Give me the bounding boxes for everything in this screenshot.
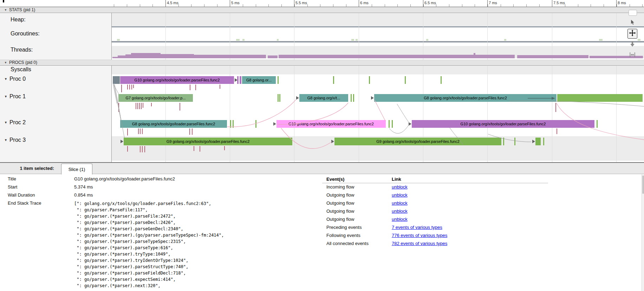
ruler-time-label: 6 ms bbox=[360, 1, 369, 5]
instant-event-tick[interactable] bbox=[141, 103, 142, 109]
trace-slice[interactable] bbox=[557, 94, 643, 102]
instant-event-tick[interactable] bbox=[555, 103, 556, 112]
selection-tool-button[interactable] bbox=[627, 18, 637, 28]
tab-slice[interactable]: Slice (1) bbox=[61, 164, 92, 174]
trace-slice[interactable]: G9 golang.org/x/tools/go/loader.parseFil… bbox=[334, 138, 501, 145]
event-link[interactable]: 776 events of various types bbox=[392, 233, 447, 238]
trace-slice[interactable] bbox=[514, 138, 515, 145]
instant-event-tick[interactable] bbox=[127, 85, 128, 90]
trace-slice[interactable]: G8 golang.org/x/tools/go/loader.parseFil… bbox=[374, 94, 557, 102]
instant-event-tick[interactable] bbox=[118, 103, 119, 112]
instant-event-tick[interactable] bbox=[557, 128, 557, 134]
panel-scrollbar[interactable] bbox=[642, 174, 644, 291]
trace-slice[interactable] bbox=[392, 120, 393, 128]
timeline-view[interactable]: 4.5 ms5 ms5.5 ms6 ms6.5 ms7 ms7.5 ms8 ms… bbox=[0, 0, 644, 162]
event-link[interactable]: unblock bbox=[392, 209, 408, 214]
trace-slice[interactable] bbox=[240, 76, 241, 84]
event-link[interactable]: unblock bbox=[392, 217, 408, 222]
trace-slice[interactable]: G9 golang.org/x/tools/go/loader.parseFil… bbox=[124, 138, 292, 145]
instant-event-tick[interactable] bbox=[129, 85, 130, 90]
ruler-minor-tick bbox=[268, 4, 269, 7]
heap-track-bg[interactable] bbox=[112, 13, 644, 26]
instant-event-tick[interactable] bbox=[194, 146, 194, 151]
trace-slice[interactable] bbox=[279, 94, 280, 102]
trace-slice[interactable] bbox=[597, 120, 598, 128]
detail-field-value: 0.854 ms bbox=[74, 192, 93, 198]
instant-event-tick[interactable] bbox=[195, 85, 196, 90]
ruler-major-tick bbox=[423, 0, 423, 7]
trace-slice[interactable] bbox=[369, 76, 370, 84]
trace-slice[interactable] bbox=[233, 120, 234, 128]
trace-slice[interactable]: G7 golang.org/x/tools/go/loader.p... bbox=[118, 94, 193, 102]
instant-event-tick[interactable] bbox=[151, 103, 152, 106]
trace-slice[interactable] bbox=[278, 94, 279, 102]
trace-slice[interactable] bbox=[255, 120, 256, 128]
goroutine-activity-mark bbox=[351, 39, 354, 41]
trace-slice[interactable] bbox=[351, 94, 352, 102]
link-column-header: Link bbox=[392, 177, 401, 182]
instant-event-tick[interactable] bbox=[127, 146, 128, 152]
syscalls-track-bg[interactable] bbox=[112, 65, 644, 74]
instant-event-tick[interactable] bbox=[133, 85, 134, 88]
instant-event-tick[interactable] bbox=[144, 146, 145, 152]
trace-slice[interactable] bbox=[535, 138, 541, 145]
instant-event-tick[interactable] bbox=[224, 146, 225, 150]
event-row-label: Following events bbox=[326, 233, 360, 238]
procs-group-header[interactable]: ▼PROCS (pid 0) bbox=[0, 60, 644, 66]
trace-slice[interactable]: G10 golang.org/x/tools/go/loader.parseFi… bbox=[277, 120, 386, 128]
track-label-heap: Heap: bbox=[11, 16, 26, 23]
instant-event-tick[interactable] bbox=[127, 128, 128, 135]
goroutines-track-bg[interactable] bbox=[112, 27, 644, 41]
instant-event-tick[interactable] bbox=[189, 128, 190, 135]
instant-event-tick[interactable] bbox=[142, 128, 143, 134]
minimap-box[interactable] bbox=[629, 10, 637, 16]
zoom-tool-button[interactable] bbox=[627, 40, 637, 49]
trace-slice[interactable]: G8 golang.org/x/tools/go/loader.parseFil… bbox=[120, 120, 227, 128]
stats-group-header[interactable]: ▼STATS (pid 1) bbox=[0, 7, 644, 13]
trace-slice[interactable] bbox=[389, 120, 390, 128]
trace-slice[interactable] bbox=[278, 76, 279, 84]
event-link[interactable]: 782 events of various types bbox=[392, 241, 447, 246]
event-link[interactable]: unblock bbox=[392, 192, 408, 198]
trace-slice[interactable] bbox=[543, 138, 544, 145]
ruler-minor-tick bbox=[630, 4, 630, 7]
instant-event-tick[interactable] bbox=[140, 128, 141, 134]
trace-slice[interactable] bbox=[353, 94, 354, 102]
event-link[interactable]: unblock bbox=[392, 200, 408, 206]
trace-slice[interactable] bbox=[405, 76, 406, 84]
trace-slice[interactable]: G8 golang.org/x/t... bbox=[299, 94, 348, 102]
instant-event-tick[interactable] bbox=[143, 103, 143, 108]
instant-event-tick[interactable] bbox=[180, 103, 180, 111]
trace-slice[interactable]: G8 golang.or... bbox=[242, 76, 276, 84]
panel-scrollbar-thumb[interactable] bbox=[642, 176, 644, 194]
track-label-proc3: ▼Proc 3 bbox=[4, 137, 26, 143]
trace-slice[interactable] bbox=[333, 76, 334, 84]
instant-event-tick[interactable] bbox=[192, 128, 193, 135]
ruler-time-label: 4.5 ms bbox=[167, 1, 178, 5]
event-link[interactable]: unblock bbox=[392, 184, 408, 190]
instant-event-tick[interactable] bbox=[121, 85, 122, 92]
events-column-header: Event(s) bbox=[326, 177, 344, 182]
event-row-label: Outgoing flow bbox=[326, 209, 354, 214]
timing-tool-button[interactable] bbox=[627, 51, 637, 60]
timeline-ruler[interactable]: 4.5 ms5 ms5.5 ms6 ms6.5 ms7 ms7.5 ms8 ms bbox=[0, 0, 644, 7]
instant-event-tick[interactable] bbox=[142, 146, 143, 152]
instant-event-tick[interactable] bbox=[137, 103, 138, 109]
instant-event-tick[interactable] bbox=[131, 85, 132, 90]
trace-slice[interactable] bbox=[503, 138, 504, 145]
event-link[interactable]: 7 events of various types bbox=[392, 225, 442, 230]
instant-event-tick[interactable] bbox=[138, 128, 139, 134]
instant-event-tick[interactable] bbox=[220, 85, 220, 89]
instant-event-tick[interactable] bbox=[136, 103, 136, 109]
ruler-minor-tick bbox=[539, 4, 540, 7]
trace-slice[interactable] bbox=[230, 120, 231, 128]
trace-slice[interactable]: G10 golang.org/x/tools/go/loader.parseFi… bbox=[412, 120, 594, 128]
instant-event-tick[interactable] bbox=[190, 85, 190, 90]
pan-tool-button[interactable] bbox=[627, 29, 637, 39]
instant-event-tick[interactable] bbox=[139, 103, 140, 109]
trace-slice[interactable] bbox=[441, 76, 442, 84]
instant-event-tick[interactable] bbox=[200, 146, 200, 152]
trace-slice[interactable] bbox=[113, 76, 120, 84]
trace-slice[interactable]: G10 golang.org/x/tools/go/loader.parseFi… bbox=[120, 76, 234, 84]
instant-event-tick[interactable] bbox=[140, 146, 141, 152]
